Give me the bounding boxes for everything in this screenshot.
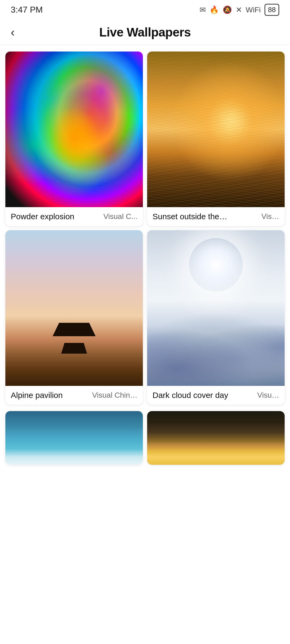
wallpaper-source-sunset-rain: Vis… [262, 212, 279, 221]
wallpaper-card-ocean[interactable] [5, 411, 143, 465]
wallpaper-info-dark-cloud: Dark cloud cover day Visu… [147, 386, 285, 405]
status-icons: ✉ 🔥 🔕 ✕ WiFi 88 [200, 4, 279, 16]
wallpaper-info-powder-explosion: Powder explosion Visual C... [5, 207, 143, 226]
wallpaper-thumbnail-sunset-rain [147, 52, 285, 207]
fire-icon: 🔥 [209, 5, 219, 14]
back-button[interactable]: ‹ [11, 26, 15, 38]
battery-indicator: 88 [264, 4, 279, 16]
wallpaper-source-powder-explosion: Visual C... [103, 212, 137, 221]
wallpaper-thumbnail-alpine-pavilion [5, 230, 143, 386]
wallpaper-card-sunset-rain[interactable]: Sunset outside the… Vis… [147, 52, 285, 226]
wallpaper-card-gold[interactable] [147, 411, 285, 465]
wallpaper-source-alpine-pavilion: Visual Chin… [92, 391, 137, 400]
wallpaper-info-sunset-rain: Sunset outside the… Vis… [147, 207, 285, 226]
page-title: Live Wallpapers [99, 25, 191, 39]
bottom-partial-row [0, 411, 290, 471]
wallpaper-card-dark-cloud[interactable]: Dark cloud cover day Visu… [147, 230, 285, 405]
wallpaper-name-sunset-rain: Sunset outside the… [153, 212, 257, 221]
wallpaper-info-alpine-pavilion: Alpine pavilion Visual Chin… [5, 386, 143, 405]
wallpaper-name-alpine-pavilion: Alpine pavilion [11, 391, 88, 400]
wallpaper-name-powder-explosion: Powder explosion [11, 212, 99, 221]
mail-icon: ✉ [200, 5, 206, 14]
wallpaper-thumbnail-dark-cloud [147, 230, 285, 386]
wallpaper-thumbnail-gold [147, 411, 285, 465]
silent-icon: 🔕 [223, 5, 232, 14]
wallpaper-source-dark-cloud: Visu… [257, 391, 279, 400]
status-bar: 3:47 PM ✉ 🔥 🔕 ✕ WiFi 88 [0, 0, 290, 19]
page-header: ‹ Live Wallpapers [0, 19, 290, 45]
wallpaper-grid: Powder explosion Visual C... Sunset outs… [0, 45, 290, 411]
status-time: 3:47 PM [11, 5, 43, 15]
wifi-icon: WiFi [246, 6, 261, 14]
wallpaper-card-alpine-pavilion[interactable]: Alpine pavilion Visual Chin… [5, 230, 143, 405]
close-icon: ✕ [236, 5, 242, 14]
wallpaper-thumbnail-ocean [5, 411, 143, 465]
wallpaper-name-dark-cloud: Dark cloud cover day [153, 391, 253, 400]
wallpaper-card-powder-explosion[interactable]: Powder explosion Visual C... [5, 52, 143, 226]
wallpaper-thumbnail-powder-explosion [5, 52, 143, 207]
